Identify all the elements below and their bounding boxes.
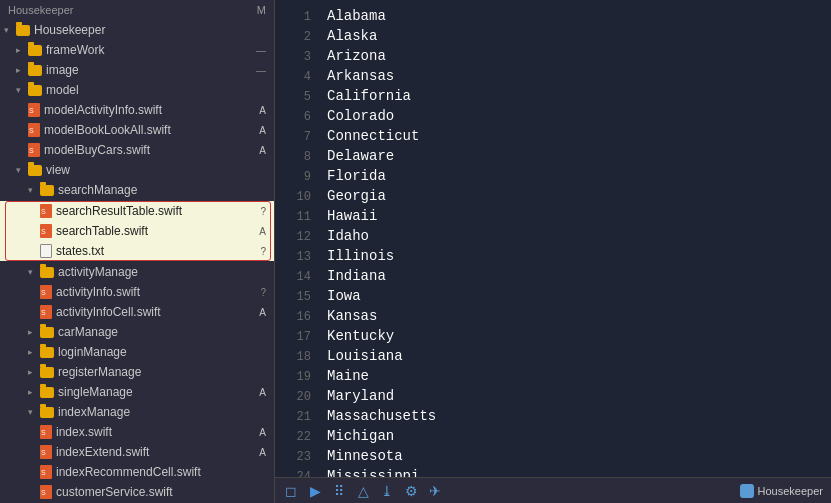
right-panel: 1Alabama2Alaska3Arizona4Arkansas5Califor…: [275, 0, 831, 503]
chevron-icon: [4, 25, 14, 35]
tree-item-searchmanage[interactable]: searchManage: [0, 180, 274, 200]
line-number: 17: [283, 330, 311, 344]
tree-label: modelBookLookAll.swift: [44, 123, 171, 137]
line-number: 14: [283, 270, 311, 284]
tree-item-activityinfo[interactable]: S activityInfo.swift ?: [0, 282, 274, 302]
svg-text:S: S: [41, 289, 46, 296]
tree-label: model: [46, 83, 79, 97]
tree-item-view[interactable]: view: [0, 160, 274, 180]
left-panel: Housekeeper M Housekeeper frameWork — im…: [0, 0, 275, 503]
tree-item-activityinfocell[interactable]: S activityInfoCell.swift A: [0, 302, 274, 322]
chevron-icon: [28, 387, 38, 397]
tree-item-singlemanage[interactable]: singleManage A: [0, 382, 274, 402]
tree-label: activityInfoCell.swift: [56, 305, 161, 319]
code-line: 24Mississippi: [275, 468, 831, 477]
toolbar-grid-icon[interactable]: ⠿: [331, 483, 347, 499]
code-line: 5California: [275, 88, 831, 108]
line-number: 11: [283, 210, 311, 224]
swift-file-icon: S: [40, 465, 52, 479]
toolbar-panel-icon[interactable]: ◻: [283, 483, 299, 499]
tree-item-indexrecommendcell[interactable]: S indexRecommendCell.swift: [0, 462, 274, 482]
line-content: Michigan: [327, 428, 394, 444]
swift-file-icon: S: [40, 485, 52, 499]
tree-item-searchresulttable[interactable]: S searchResultTable.swift ?: [0, 201, 274, 221]
tree-label: searchTable.swift: [56, 224, 148, 238]
folder-icon: [28, 45, 42, 56]
toolbar-warning-icon[interactable]: △: [355, 483, 371, 499]
tree-item-indexmanage[interactable]: indexManage: [0, 402, 274, 422]
toolbar-download-icon[interactable]: ⤓: [379, 483, 395, 499]
line-content: Indiana: [327, 268, 386, 284]
tree-item-searchtable[interactable]: S searchTable.swift A: [0, 221, 274, 241]
project-title: Housekeeper: [8, 4, 73, 16]
tree-item-model[interactable]: model: [0, 80, 274, 100]
code-area[interactable]: 1Alabama2Alaska3Arizona4Arkansas5Califor…: [275, 0, 831, 477]
badge: A: [259, 307, 270, 318]
chevron-icon: [28, 407, 38, 417]
badge: A: [259, 427, 270, 438]
line-number: 9: [283, 170, 311, 184]
tree-item-index[interactable]: S index.swift A: [0, 422, 274, 442]
tree-label: modelBuyCars.swift: [44, 143, 150, 157]
toolbar-settings-icon[interactable]: ⚙: [403, 483, 419, 499]
code-line: 11Hawaii: [275, 208, 831, 228]
line-number: 21: [283, 410, 311, 424]
file-tree: Housekeeper frameWork — image — model: [0, 20, 274, 503]
tree-item-registermanage[interactable]: registerManage: [0, 362, 274, 382]
tree-item-customerservice[interactable]: S customerService.swift: [0, 482, 274, 502]
tree-item-carmanage[interactable]: carManage: [0, 322, 274, 342]
toolbar-location-icon[interactable]: ✈: [427, 483, 443, 499]
tree-label: searchManage: [58, 183, 137, 197]
tree-item-activitymanage[interactable]: activityManage: [0, 262, 274, 282]
column-label: M: [257, 4, 266, 16]
tree-item-loginmanage[interactable]: loginManage: [0, 342, 274, 362]
tree-item-image[interactable]: image —: [0, 60, 274, 80]
txt-file-icon: [40, 244, 52, 258]
line-number: 3: [283, 50, 311, 64]
tree-item-modelbuycars[interactable]: S modelBuyCars.swift A: [0, 140, 274, 160]
badge: A: [259, 125, 270, 136]
folder-icon: [40, 267, 54, 278]
swift-file-icon: S: [40, 445, 52, 459]
swift-file-icon: S: [40, 224, 52, 238]
code-line: 9Florida: [275, 168, 831, 188]
tree-label: searchResultTable.swift: [56, 204, 182, 218]
svg-text:S: S: [41, 469, 46, 476]
tree-label: customerService.swift: [56, 485, 173, 499]
tree-item-framework[interactable]: frameWork —: [0, 40, 274, 60]
tree-label: carManage: [58, 325, 118, 339]
swift-file-icon: S: [40, 305, 52, 319]
code-line: 15Iowa: [275, 288, 831, 308]
code-line: 23Minnesota: [275, 448, 831, 468]
line-content: Colorado: [327, 108, 394, 124]
code-line: 13Illinois: [275, 248, 831, 268]
tree-item-states-txt[interactable]: states.txt ?: [0, 241, 274, 261]
toolbar-run-icon[interactable]: ▶: [307, 483, 323, 499]
chevron-icon: [16, 45, 26, 55]
badge: A: [259, 145, 270, 156]
line-number: 19: [283, 370, 311, 384]
tree-item-indexextend[interactable]: S indexExtend.swift A: [0, 442, 274, 462]
line-number: 24: [283, 470, 311, 477]
line-number: 18: [283, 350, 311, 364]
line-content: Minnesota: [327, 448, 403, 464]
line-content: Arizona: [327, 48, 386, 64]
line-number: 4: [283, 70, 311, 84]
code-line: 17Kentucky: [275, 328, 831, 348]
app-name: Housekeeper: [758, 485, 823, 497]
tree-item-modelbooklookall[interactable]: S modelBookLookAll.swift A: [0, 120, 274, 140]
folder-icon: [40, 387, 54, 398]
svg-text:S: S: [41, 429, 46, 436]
svg-text:S: S: [29, 127, 34, 134]
tree-label: frameWork: [46, 43, 104, 57]
swift-file-icon: S: [40, 204, 52, 218]
tree-item-housekeeper[interactable]: Housekeeper: [0, 20, 274, 40]
tree-item-modelactivityinfo[interactable]: S modelActivityInfo.swift A: [0, 100, 274, 120]
code-line: 18Louisiana: [275, 348, 831, 368]
tree-label: image: [46, 63, 79, 77]
toolbar-app-label: Housekeeper: [740, 484, 823, 498]
chevron-icon: [16, 85, 26, 95]
code-line: 14Indiana: [275, 268, 831, 288]
line-number: 12: [283, 230, 311, 244]
code-line: 19Maine: [275, 368, 831, 388]
